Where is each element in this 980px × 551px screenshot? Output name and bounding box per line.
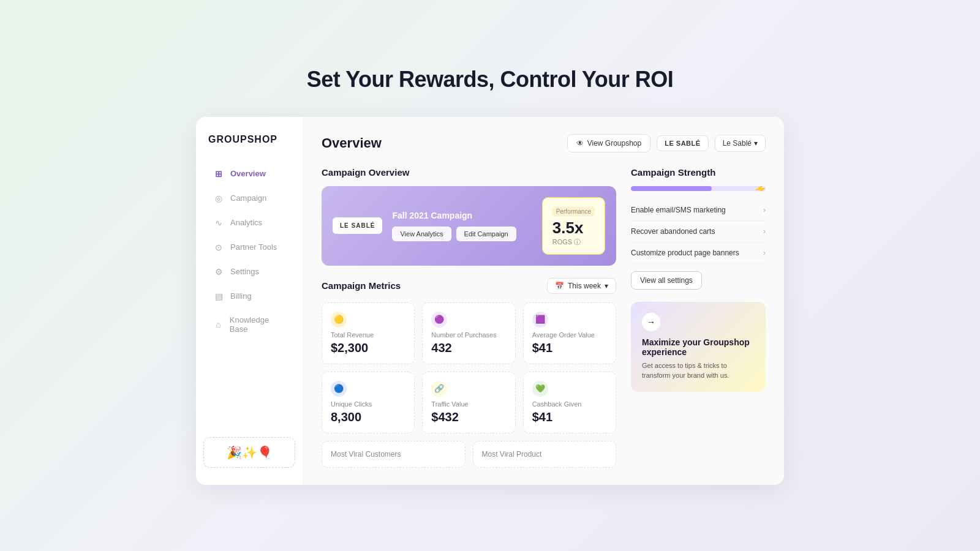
- promo-icons: 🎉✨🎈: [227, 445, 273, 460]
- strength-items: Enable email/SMS marketing › Recover aba…: [631, 200, 766, 264]
- content-columns: Campaign Overview LE SABLÉ Fall 2021 Cam…: [322, 167, 766, 468]
- most-viral-product-card: Most Viral Product: [473, 441, 617, 468]
- total-revenue-value: $2,300: [331, 341, 405, 355]
- total-revenue-label: Total Revenue: [331, 331, 405, 339]
- page-section-title: Overview: [322, 135, 382, 151]
- edit-campaign-button[interactable]: Edit Campaign: [456, 227, 516, 241]
- chevron-down-icon: ▾: [754, 139, 758, 148]
- settings-icon: ⚙: [213, 266, 224, 277]
- sidebar-item-campaign[interactable]: ◎ Campaign: [201, 187, 298, 210]
- page-title: Set Your Rewards, Control Your ROI: [307, 67, 673, 92]
- chevron-right-icon-1: ›: [763, 206, 766, 214]
- traffic-label: Traffic Value: [431, 400, 506, 408]
- sidebar-label-knowledge-base: Knowledge Base: [230, 315, 285, 334]
- sidebar-item-partner-tools[interactable]: ⊙ Partner Tools: [201, 236, 298, 259]
- partner-tools-icon: ⊙: [213, 242, 224, 253]
- performance-card: Performance 3.5x ROGS ⓘ: [542, 197, 605, 255]
- avg-order-label: Average Order Value: [532, 331, 607, 339]
- campaign-buttons: View Analytics Edit Campaign: [392, 227, 532, 241]
- metrics-section-title: Campaign Metrics: [322, 280, 401, 291]
- bottom-section: Most Viral Customers Most Viral Product: [322, 441, 616, 468]
- purchases-icon: 🟣: [431, 312, 447, 328]
- sidebar-nav: ⊞ Overview ◎ Campaign ∿ Analytics ⊙ Part…: [196, 162, 303, 340]
- view-analytics-button[interactable]: View Analytics: [392, 227, 451, 241]
- avg-order-icon: 🟪: [532, 312, 548, 328]
- promo-card: → Maximize your Groupshop experience Get…: [631, 302, 766, 392]
- campaign-overview-section: Campaign Overview LE SABLÉ Fall 2021 Cam…: [322, 167, 616, 266]
- analytics-icon: ∿: [213, 217, 224, 228]
- traffic-icon: 🔗: [431, 381, 447, 397]
- avg-order-value: $41: [532, 341, 607, 355]
- chevron-down-icon-2: ▾: [605, 282, 608, 290]
- metric-card-number-purchases: 🟣 Number of Purchases 432: [422, 302, 515, 364]
- traffic-value: $432: [431, 410, 506, 424]
- sidebar-label-campaign: Campaign: [230, 193, 266, 203]
- rogs-label: ROGS ⓘ: [552, 238, 595, 247]
- eye-icon: 👁: [576, 139, 584, 148]
- promo-title: Maximize your Groupshop experience: [642, 337, 755, 357]
- strength-carts-label: Recover abandoned carts: [631, 227, 715, 236]
- unique-clicks-value: 8,300: [331, 410, 405, 424]
- campaign-info: Fall 2021 Campaign View Analytics Edit C…: [382, 211, 541, 241]
- total-revenue-icon: 🟡: [331, 312, 347, 328]
- metrics-header: Campaign Metrics 📅 This week ▾: [322, 278, 616, 294]
- sidebar: GROUPSHOP ⊞ Overview ◎ Campaign ∿ Analyt…: [196, 117, 303, 485]
- strength-bar-container: ⚡: [631, 186, 766, 191]
- app-container: GROUPSHOP ⊞ Overview ◎ Campaign ∿ Analyt…: [196, 117, 784, 485]
- sidebar-label-analytics: Analytics: [230, 218, 262, 227]
- unique-clicks-label: Unique Clicks: [331, 400, 405, 408]
- campaign-strength-title: Campaign Strength: [631, 167, 766, 178]
- sidebar-item-settings[interactable]: ⚙ Settings: [201, 260, 298, 283]
- metric-card-avg-order: 🟪 Average Order Value $41: [523, 302, 616, 364]
- billing-icon: ▤: [213, 291, 224, 302]
- strength-bar-fill: [631, 186, 712, 191]
- strength-item-banners[interactable]: Customize product page banners ›: [631, 242, 766, 264]
- metric-card-cashback: 💚 Cashback Given $41: [523, 372, 616, 433]
- campaign-card: LE SABLÉ Fall 2021 Campaign View Analyti…: [322, 186, 616, 266]
- cashback-value: $41: [532, 410, 607, 424]
- sidebar-item-overview[interactable]: ⊞ Overview: [201, 162, 298, 186]
- unique-clicks-icon: 🔵: [331, 381, 347, 397]
- sidebar-label-overview: Overview: [230, 169, 266, 178]
- sidebar-label-settings: Settings: [230, 267, 259, 276]
- week-selector[interactable]: 📅 This week ▾: [547, 278, 616, 294]
- campaign-strength-section: Campaign Strength ⚡ Enable email/SMS mar…: [631, 167, 766, 290]
- promo-arrow-button[interactable]: →: [642, 313, 660, 331]
- left-column: Campaign Overview LE SABLÉ Fall 2021 Cam…: [322, 167, 616, 468]
- header-controls: 👁 View Groupshop LE SABLÉ Le Sablé ▾: [567, 134, 766, 152]
- sidebar-label-billing: Billing: [230, 291, 252, 301]
- chevron-right-icon-3: ›: [763, 249, 766, 257]
- main-content: Overview 👁 View Groupshop LE SABLÉ Le Sa…: [303, 117, 784, 485]
- calendar-icon: 📅: [555, 282, 564, 290]
- metric-card-traffic-value: 🔗 Traffic Value $432: [422, 372, 515, 433]
- purchases-label: Number of Purchases: [431, 331, 506, 339]
- chevron-right-icon-2: ›: [763, 227, 766, 236]
- brand-logo: LE SABLÉ: [333, 217, 382, 234]
- right-column: Campaign Strength ⚡ Enable email/SMS mar…: [631, 167, 766, 468]
- strength-item-email[interactable]: Enable email/SMS marketing ›: [631, 200, 766, 221]
- strength-email-label: Enable email/SMS marketing: [631, 206, 726, 214]
- knowledge-base-icon: ⌂: [213, 319, 224, 330]
- campaign-logo-area: LE SABLÉ: [333, 217, 382, 234]
- store-dropdown[interactable]: Le Sablé ▾: [715, 135, 766, 152]
- promo-description: Get access to tips & tricks to transform…: [642, 361, 755, 381]
- rogs-value: 3.5x: [552, 219, 595, 238]
- sidebar-logo: GROUPSHOP: [196, 134, 303, 162]
- most-viral-customers-card: Most Viral Customers: [322, 441, 466, 468]
- view-settings-button[interactable]: View all settings: [631, 271, 702, 290]
- campaign-icon: ◎: [213, 193, 224, 204]
- sidebar-item-analytics[interactable]: ∿ Analytics: [201, 211, 298, 234]
- cashback-icon: 💚: [532, 381, 548, 397]
- sidebar-item-billing[interactable]: ▤ Billing: [201, 285, 298, 308]
- metric-card-total-revenue: 🟡 Total Revenue $2,300: [322, 302, 415, 364]
- metrics-grid: 🟡 Total Revenue $2,300 🟣 Number of Purch…: [322, 302, 616, 433]
- campaign-metrics-section: Campaign Metrics 📅 This week ▾ 🟡 Total R…: [322, 278, 616, 468]
- strength-item-carts[interactable]: Recover abandoned carts ›: [631, 221, 766, 242]
- main-header: Overview 👁 View Groupshop LE SABLÉ Le Sa…: [322, 134, 766, 152]
- overview-icon: ⊞: [213, 168, 224, 179]
- strength-banners-label: Customize product page banners: [631, 249, 739, 257]
- sidebar-item-knowledge-base[interactable]: ⌂ Knowledge Base: [201, 309, 298, 340]
- sidebar-promo-widget: 🎉✨🎈: [203, 437, 295, 468]
- campaign-overview-title: Campaign Overview: [322, 167, 616, 178]
- view-groupshop-button[interactable]: 👁 View Groupshop: [567, 134, 651, 152]
